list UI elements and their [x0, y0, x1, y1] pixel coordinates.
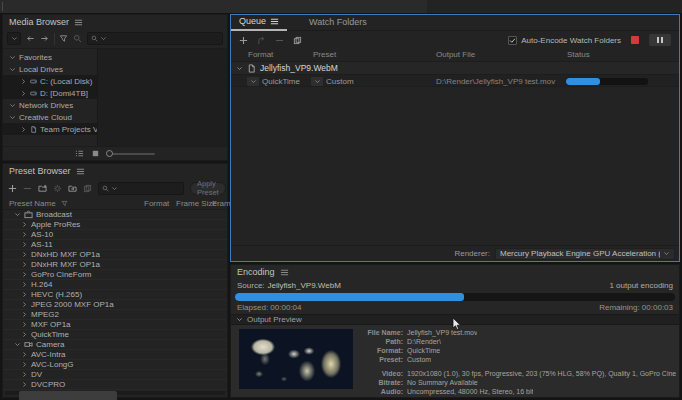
delete-preset-button[interactable] — [23, 184, 32, 193]
media-search-box[interactable] — [87, 32, 223, 45]
chevron-icon[interactable] — [21, 311, 28, 318]
column-format[interactable]: Format — [248, 50, 273, 59]
preset-list-item[interactable]: H.264 — [3, 280, 227, 290]
column-preset[interactable]: Preset — [313, 50, 336, 59]
panel-menu-icon[interactable] — [280, 268, 289, 277]
preset-list-item[interactable]: AS-11 — [3, 240, 227, 250]
chevron-icon[interactable] — [21, 241, 28, 248]
preset-list-item[interactable]: AS-10 — [3, 230, 227, 240]
output-format[interactable]: QuickTime — [262, 77, 300, 86]
preset-list-item[interactable]: MPEG2 — [3, 310, 227, 320]
renderer-dropdown[interactable]: Mercury Playback Engine GPU Acceleration… — [495, 248, 675, 260]
chevron-icon[interactable] — [9, 114, 16, 121]
preset-list-item[interactable]: DVCPRO — [3, 380, 227, 390]
scrollbar-thumb[interactable] — [19, 391, 117, 400]
preset-list-item[interactable]: DNxHR MXF OP1a — [3, 260, 227, 270]
media-tree-item[interactable]: D: [Domi4TB] — [3, 87, 97, 99]
chevron-icon[interactable] — [21, 281, 28, 288]
column-status[interactable]: Status — [567, 50, 590, 59]
chevron-icon[interactable] — [21, 381, 28, 388]
preset-list-item[interactable]: JPEG 2000 MXF OP1a — [3, 300, 227, 310]
magnifier-icon[interactable] — [73, 34, 82, 43]
tab-watch-folders[interactable]: Watch Folders — [301, 17, 375, 30]
preset-list-item[interactable]: AVC-LongG — [3, 360, 227, 370]
chevron-icon[interactable] — [21, 331, 28, 338]
chevron-icon[interactable] — [21, 361, 28, 368]
thumbnail-view-icon[interactable] — [91, 149, 100, 158]
media-path-dropdown[interactable] — [7, 32, 21, 45]
chevron-icon[interactable] — [21, 221, 28, 228]
column-preset-name[interactable]: Preset Name — [9, 199, 56, 208]
preset-list-item[interactable]: MXF OP1a — [3, 320, 227, 330]
chevron-icon[interactable] — [21, 231, 28, 238]
media-search-input[interactable] — [109, 34, 219, 43]
column-frame-size[interactable]: Frame Size — [176, 199, 217, 208]
filter-funnel-icon[interactable] — [61, 200, 68, 207]
chevron-icon[interactable] — [14, 341, 21, 348]
media-tree-item[interactable]: Creative Cloud — [3, 111, 97, 123]
chevron-icon[interactable] — [20, 126, 27, 133]
output-preset[interactable]: Custom — [326, 77, 354, 86]
filter-funnel-icon[interactable] — [59, 34, 68, 43]
remove-button[interactable] — [275, 36, 284, 45]
chevron-icon[interactable] — [9, 54, 16, 61]
tab-queue[interactable]: Queue — [231, 16, 287, 31]
preset-list-item[interactable]: QuickTime — [3, 330, 227, 340]
apply-preset-button[interactable]: Apply Preset — [190, 182, 226, 195]
preset-list-item[interactable]: Apple ProRes — [3, 220, 227, 230]
chevron-icon[interactable] — [14, 211, 21, 218]
export-presets-button[interactable] — [83, 184, 92, 193]
media-tree-item[interactable]: Favorites — [3, 51, 97, 63]
chevron-icon[interactable] — [21, 301, 28, 308]
preset-list-item[interactable]: Broadcast — [3, 210, 227, 220]
preset-settings-button[interactable] — [53, 184, 62, 193]
import-presets-button[interactable] — [68, 184, 77, 193]
media-tree-item[interactable]: Network Drives — [3, 99, 97, 111]
queue-source-row[interactable]: Jellyfish_VP9.WebM — [231, 61, 679, 74]
preset-list-item[interactable]: AVC-Intra — [3, 350, 227, 360]
auto-encode-checkbox[interactable] — [508, 36, 517, 45]
slider-knob[interactable] — [106, 150, 113, 157]
chevron-icon[interactable] — [20, 78, 27, 85]
preset-list-item[interactable]: DV — [3, 370, 227, 380]
chevron-icon[interactable] — [20, 90, 27, 97]
chevron-icon[interactable] — [21, 371, 28, 378]
panel-menu-icon[interactable] — [76, 167, 85, 176]
media-tree-item[interactable]: Local Drives — [3, 63, 97, 75]
chevron-icon[interactable] — [21, 261, 28, 268]
thumbnail-size-slider[interactable] — [107, 153, 155, 155]
chevron-down-icon[interactable] — [236, 65, 243, 72]
chevron-icon[interactable] — [9, 102, 16, 109]
preset-list-item[interactable]: GoPro CineForm — [3, 270, 227, 280]
column-output-file[interactable]: Output File — [436, 50, 475, 59]
output-file-path[interactable]: D:\Render\Jellyfish_VP9 test.mov — [436, 77, 555, 86]
panel-menu-icon[interactable] — [74, 18, 83, 27]
queue-output-row[interactable]: QuickTime Custom D:\Render\Jellyfish_VP9… — [231, 74, 679, 87]
list-view-icon[interactable] — [75, 149, 84, 158]
new-preset-group-button[interactable] — [38, 184, 47, 193]
chevron-icon[interactable] — [21, 321, 28, 328]
preset-search-input[interactable] — [120, 184, 180, 193]
chevron-icon[interactable] — [21, 251, 28, 258]
format-dropdown[interactable] — [247, 77, 259, 86]
forward-arrow-icon[interactable] — [40, 34, 49, 43]
chevron-icon[interactable] — [9, 66, 16, 73]
add-output-button[interactable] — [257, 36, 266, 45]
preset-list-item[interactable]: HEVC (H.265) — [3, 290, 227, 300]
create-preset-button[interactable] — [8, 184, 17, 193]
back-arrow-icon[interactable] — [26, 34, 35, 43]
preset-dropdown[interactable] — [311, 77, 323, 86]
column-format[interactable]: Format — [144, 199, 169, 208]
chevron-icon[interactable] — [21, 271, 28, 278]
preset-search-box[interactable] — [98, 182, 184, 195]
media-tree-item[interactable]: C: (Local Disk) — [3, 75, 97, 87]
preset-list-item[interactable]: Camera — [3, 340, 227, 350]
preset-list-item[interactable]: DNxHD MXF OP1a — [3, 250, 227, 260]
media-tree-item[interactable]: Team Projects Versions — [3, 123, 97, 135]
panel-menu-icon[interactable] — [270, 17, 279, 26]
pause-queue-button[interactable] — [649, 34, 671, 46]
chevron-icon[interactable] — [21, 351, 28, 358]
add-source-button[interactable] — [239, 36, 248, 45]
stop-queue-button[interactable] — [631, 36, 639, 44]
horizontal-scrollbar[interactable] — [5, 391, 225, 395]
